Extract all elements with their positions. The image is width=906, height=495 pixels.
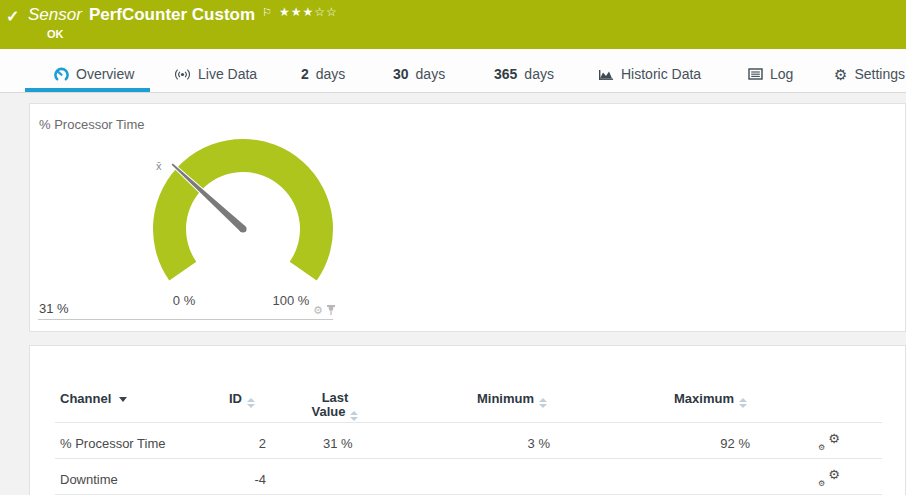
- tab-30-days-label: days: [416, 66, 446, 82]
- column-header-minimum[interactable]: Minimum: [422, 391, 547, 408]
- sort-arrows-icon: [539, 398, 547, 408]
- column-header-minimum-label: Minimum: [477, 391, 534, 406]
- tab-log-label: Log: [770, 66, 793, 82]
- tab-historic-data-label: Historic Data: [621, 66, 701, 82]
- sort-arrows-icon: [247, 398, 255, 408]
- tab-30-days[interactable]: 30 days: [393, 63, 445, 85]
- log-list-icon: [748, 68, 763, 80]
- tab-2-days-label: days: [316, 66, 346, 82]
- gauge-widget-divider: [38, 319, 333, 320]
- tab-settings[interactable]: ⚙ Settings: [834, 63, 905, 85]
- sort-active-caret-icon: [119, 397, 127, 402]
- gauge-panel: % Processor Time x̄ 0 % 100 % 31 % ⚙: [29, 103, 906, 332]
- gear-icon: ⚙: [818, 479, 825, 488]
- tab-historic-data[interactable]: Historic Data: [598, 63, 701, 85]
- tab-30-days-number: 30: [393, 66, 409, 82]
- channel-maximum: 92 %: [650, 436, 750, 451]
- active-tab-indicator: [25, 88, 150, 92]
- channel-name: Downtime: [60, 472, 118, 487]
- column-header-channel-label: Channel: [60, 391, 111, 406]
- column-header-last-value[interactable]: Last Value: [290, 391, 380, 421]
- live-signal-icon: [174, 68, 191, 81]
- page-title: PerfCounter Custom: [89, 5, 255, 25]
- tab-365-days-label: days: [524, 66, 554, 82]
- tab-2-days-number: 2: [301, 66, 309, 82]
- table-row-divider: [55, 458, 882, 459]
- gauge-chart: [133, 124, 353, 294]
- gauge-channel-title: % Processor Time: [39, 117, 144, 132]
- channel-table-panel: Channel ID Last Value Minimum Maximum % …: [29, 345, 906, 495]
- sort-arrows-icon: [350, 411, 358, 421]
- settings-gear-icon: ⚙: [834, 67, 847, 82]
- channel-last-value: 31 %: [323, 436, 353, 451]
- sort-arrows-icon: [739, 398, 747, 408]
- gauge-needle-hub: [239, 225, 246, 232]
- tab-settings-label: Settings: [854, 66, 905, 82]
- tab-live-data[interactable]: Live Data: [174, 63, 257, 85]
- tab-365-days[interactable]: 365 days: [494, 63, 554, 85]
- tab-overview-label: Overview: [76, 66, 134, 82]
- sensor-status-badge: OK: [47, 28, 64, 40]
- sensor-header: ✓ Sensor PerfCounter Custom ⚐ ★★★☆☆ OK: [0, 0, 906, 49]
- gear-icon: ⚙: [828, 432, 840, 446]
- gauge-widget-tools: ⚙: [313, 304, 336, 316]
- priority-stars-rating[interactable]: ★★★☆☆: [279, 6, 338, 19]
- channel-settings-gears-icon[interactable]: ⚙ ⚙: [818, 434, 840, 451]
- column-header-value-label: Value: [312, 404, 346, 419]
- column-header-last-label: Last: [290, 391, 380, 405]
- tab-live-data-label: Live Data: [198, 66, 257, 82]
- widget-pin-icon[interactable]: [326, 304, 336, 316]
- status-ok-check-icon: ✓: [6, 7, 19, 26]
- table-header-divider: [55, 422, 882, 423]
- tab-bar: Overview Live Data 2 days 30 days 365 da…: [0, 49, 906, 93]
- column-header-channel[interactable]: Channel: [60, 391, 127, 406]
- tab-365-days-number: 365: [494, 66, 517, 82]
- gauge-scale-max: 100 %: [266, 293, 316, 308]
- tab-log[interactable]: Log: [748, 63, 793, 85]
- historic-chart-icon: [598, 68, 614, 81]
- column-header-maximum-label: Maximum: [674, 391, 734, 406]
- channel-id: -4: [180, 472, 266, 487]
- gauge-scale-min: 0 %: [164, 293, 204, 308]
- priority-flag-icon[interactable]: ⚐: [262, 6, 272, 19]
- channel-minimum: 3 %: [450, 436, 550, 451]
- column-header-maximum[interactable]: Maximum: [622, 391, 747, 408]
- gauge-icon: [54, 67, 69, 82]
- gauge-arc: [153, 139, 333, 281]
- channel-settings-gears-icon[interactable]: ⚙ ⚙: [818, 470, 840, 487]
- channel-id: 2: [180, 436, 266, 451]
- widget-gear-icon[interactable]: ⚙: [313, 304, 323, 316]
- tab-2-days[interactable]: 2 days: [301, 63, 345, 85]
- column-header-id-label: ID: [229, 391, 242, 406]
- object-kind-label: Sensor: [28, 5, 82, 25]
- gauge-current-value: 31 %: [39, 301, 69, 316]
- gear-icon: ⚙: [818, 443, 825, 452]
- gauge-mean-marker: x̄: [156, 160, 162, 172]
- sensor-title-row: Sensor PerfCounter Custom ⚐ ★★★☆☆: [28, 5, 338, 25]
- tab-overview[interactable]: Overview: [54, 63, 134, 85]
- channel-name: % Processor Time: [60, 436, 165, 451]
- column-header-id[interactable]: ID: [170, 391, 255, 408]
- gear-icon: ⚙: [828, 468, 840, 482]
